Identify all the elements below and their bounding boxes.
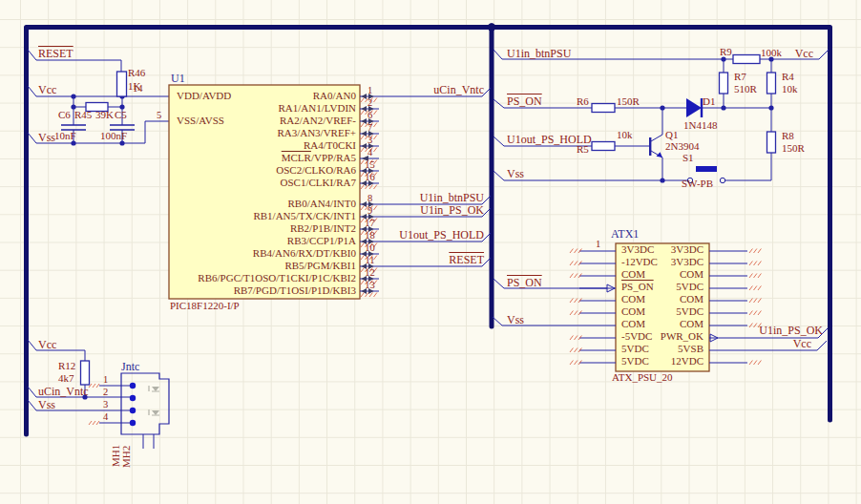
- ref-c6[interactable]: C6: [58, 110, 71, 121]
- ref-r8[interactable]: R8: [782, 131, 794, 142]
- val-r12[interactable]: 4k7: [58, 373, 74, 385]
- net-label-ucin[interactable]: uCin_Vntc: [433, 84, 484, 96]
- ref-r4[interactable]: R4: [782, 72, 794, 83]
- atx-pin1-number: 1: [596, 239, 600, 249]
- pin-number-14: 14: [133, 83, 143, 94]
- net-label-vcc[interactable]: Vcc: [38, 339, 56, 351]
- ref-d1[interactable]: D1: [703, 96, 715, 108]
- net-label-btnpsu[interactable]: U1in_btnPSU: [420, 192, 484, 204]
- jack-pin-number: 4: [103, 411, 108, 422]
- jack-pad: [130, 420, 136, 426]
- atx-pin-name-left: 5VDC: [621, 344, 649, 355]
- mcu-pin-name: RB7/PGD/T1OSI/P1D/KBI3: [234, 285, 356, 297]
- label-mh2[interactable]: MH2: [121, 446, 132, 468]
- resistor-r6: [592, 104, 615, 113]
- resistor-r4: [767, 73, 776, 94]
- ref-s1[interactable]: S1: [682, 153, 694, 164]
- jack-pad: [130, 383, 136, 388]
- mcu-pin-name: MCLR/VPP/RA5: [282, 153, 356, 164]
- val-r4[interactable]: 10k: [782, 84, 798, 95]
- mcu-pin-name: RB0/AN4/INT0: [288, 199, 357, 210]
- net-label-btnpsu[interactable]: U1in_btnPSU: [507, 48, 571, 60]
- val-d1[interactable]: 1N4148: [683, 120, 717, 132]
- net-label-reset[interactable]: RESET: [449, 254, 484, 266]
- noconnect-mark: [749, 286, 761, 291]
- atx-pin-name-left: -5VDC: [621, 331, 652, 343]
- net-label-vss[interactable]: Vss: [507, 168, 524, 180]
- net-label-reset[interactable]: RESET: [38, 48, 74, 60]
- mcu-pin-number: 10: [360, 242, 380, 253]
- schematic-sheet: RESET Vcc Vss Vcc uCin_Vntc Vss U1in_btn…: [0, 0, 861, 504]
- pin-name-vss: VSS/AVSS: [177, 116, 224, 127]
- net-label-ucin[interactable]: uCin_Vntc: [38, 386, 89, 398]
- mcu-pin-name: RA1/AN1/LVDIN: [279, 103, 357, 115]
- jack-jntc[interactable]: [121, 373, 169, 434]
- ref-r5[interactable]: R5: [577, 144, 589, 156]
- net-label-pson[interactable]: PS_ON: [507, 277, 542, 289]
- val-r9[interactable]: 100k: [761, 48, 782, 59]
- ref-r7[interactable]: R7: [734, 72, 746, 83]
- atx-pin-name-right: 5VDC: [676, 306, 704, 318]
- net-label-vss[interactable]: Vss: [38, 132, 55, 144]
- part-atx1[interactable]: ATX_PSU_20: [612, 372, 673, 384]
- mcu-pin-name: RA2/AN2/VREF-: [280, 116, 356, 127]
- ref-r12[interactable]: R12: [58, 361, 75, 372]
- ref-c5[interactable]: C5: [115, 110, 127, 121]
- val-r8[interactable]: 150R: [782, 143, 805, 155]
- atx-pin-name-left: 5VDC: [621, 356, 649, 368]
- net-label-vcc[interactable]: Vcc: [38, 84, 56, 96]
- val-r7[interactable]: 510R: [734, 84, 757, 95]
- net-label-vss[interactable]: Vss: [38, 399, 55, 411]
- val-c6[interactable]: 10nF: [54, 131, 76, 142]
- mcu-pin-name: RA3/AN3/VREF+: [277, 128, 356, 139]
- val-s1[interactable]: SW-PB: [682, 178, 713, 190]
- mcu-pin-name: OSC2/CLKO/RA6: [276, 165, 356, 177]
- transistor-q1[interactable]: [649, 137, 662, 158]
- val-c5[interactable]: 100nF: [100, 131, 127, 142]
- atx-pin-name-left: COM: [621, 294, 645, 305]
- net-label-pson[interactable]: PS_ON: [507, 95, 542, 108]
- mcu-pin-number: 3: [360, 135, 380, 145]
- mcu-pin-name: RB3/CCP1/P1A: [287, 236, 356, 247]
- ref-u1[interactable]: U1: [171, 73, 185, 85]
- atx-pin-name-right: COM: [680, 294, 704, 305]
- jack-diode-glyphs: [149, 386, 159, 415]
- mcu-pin-number: 12: [360, 267, 380, 278]
- atx-pin-name-left: -12VDC: [621, 257, 658, 268]
- ref-atx1[interactable]: ATX1: [611, 228, 639, 241]
- mcu-pin-number: 15: [360, 159, 380, 170]
- ref-q1[interactable]: Q1: [665, 130, 678, 141]
- net-label-vss[interactable]: Vss: [507, 314, 524, 326]
- val-r6[interactable]: 150R: [617, 96, 640, 108]
- atx-pin-name-left: COM: [621, 319, 645, 330]
- jack-pin-number: 3: [103, 399, 108, 410]
- mcu-pin-number: 9: [360, 205, 380, 216]
- val-q1[interactable]: 2N3904: [665, 141, 699, 153]
- mcu-pin-number: 11: [360, 255, 380, 265]
- ref-r9[interactable]: R9: [720, 47, 732, 58]
- resistor-r7: [720, 73, 728, 94]
- net-label-pshold[interactable]: U1out_PS_HOLD: [399, 229, 484, 242]
- val-r5[interactable]: 10k: [617, 130, 633, 141]
- ref-jntc[interactable]: Jntc: [121, 361, 139, 373]
- val-r45[interactable]: 39K: [95, 110, 114, 121]
- jack-pin-number: 1: [103, 374, 108, 385]
- net-label-vcc[interactable]: Vcc: [795, 48, 813, 60]
- net-label-vcc[interactable]: Vcc: [793, 338, 811, 350]
- mcu-pin-name: RA4/T0CKI: [304, 140, 356, 152]
- pin-number-5: 5: [157, 110, 161, 120]
- mcu-pin-number: 1: [360, 85, 380, 95]
- diode-d1[interactable]: [686, 98, 702, 117]
- atx-pin-name-right: COM: [680, 319, 704, 330]
- button-actuator: [696, 166, 717, 172]
- net-label-psok[interactable]: U1in_PS_OK: [420, 204, 484, 217]
- ref-r6[interactable]: R6: [577, 96, 589, 108]
- atx-pin-name-right: 5VSB: [678, 344, 704, 355]
- ref-r46[interactable]: R46: [128, 68, 145, 79]
- noconnect-mark: [570, 274, 581, 279]
- mcu-pin-name: RB4/AN6/RX/DT/KBI0: [253, 248, 356, 260]
- resistor-r46: [117, 72, 127, 96]
- ref-r45[interactable]: R45: [74, 110, 92, 121]
- net-label-psok[interactable]: U1in_PS_OK: [759, 325, 823, 337]
- part-u1[interactable]: PIC18F1220-I/P: [170, 301, 240, 312]
